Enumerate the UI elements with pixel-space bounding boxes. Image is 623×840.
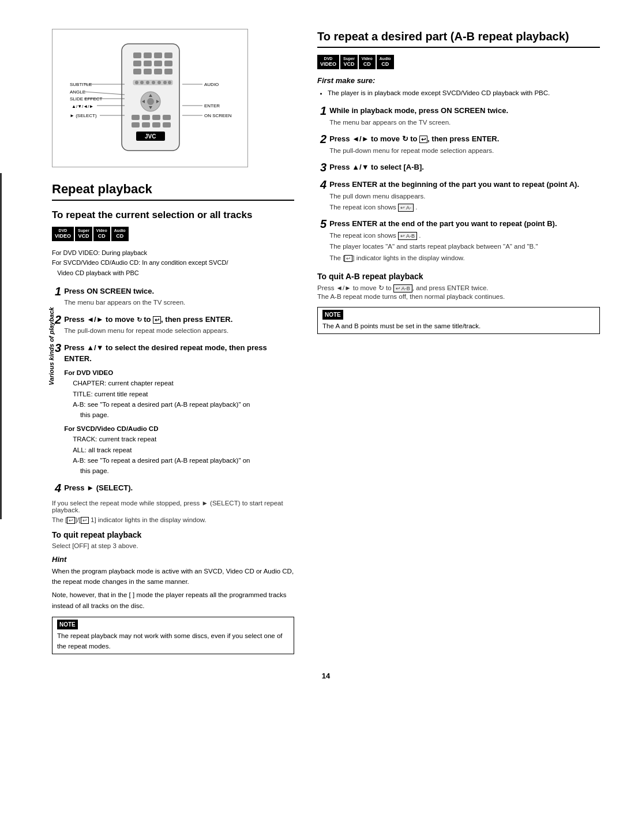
hint-text1: When the program playback mode is active… bbox=[52, 566, 294, 587]
left-section-subtitle: To repeat the current selection or all t… bbox=[52, 209, 294, 221]
for-svcd-header: For SVCD/Video CD/Audio CD bbox=[64, 424, 294, 434]
svg-point-32 bbox=[146, 81, 149, 84]
badge-super: Super VCD bbox=[75, 227, 92, 241]
right-note-text: The A and B points must be set in the sa… bbox=[322, 322, 481, 329]
compat-note-1: For DVD VIDEO: During playback bbox=[52, 248, 294, 258]
right-badge-row: DVD VIDEO Super VCD Video CD Audio CD bbox=[317, 55, 600, 69]
left-step-4-title: Press ► (SELECT). bbox=[64, 483, 133, 492]
left-note-box: NOTE The repeat playback may not work wi… bbox=[52, 617, 294, 654]
left-step-3: 3 Press ▲/▼ to select the desired repeat… bbox=[52, 342, 294, 477]
svg-point-30 bbox=[135, 81, 138, 84]
note-label: NOTE bbox=[57, 620, 78, 629]
right-step-5: 5 Press ENTER at the end of the part you… bbox=[317, 218, 600, 263]
svg-rect-45 bbox=[152, 115, 160, 120]
first-make-sure-label: First make sure: bbox=[317, 76, 600, 85]
right-badge-dvd: DVD VIDEO bbox=[317, 55, 339, 69]
svg-rect-6 bbox=[144, 61, 152, 66]
svg-rect-4 bbox=[164, 52, 172, 58]
badge-video: Video CD bbox=[93, 227, 110, 241]
right-step-5-desc2: The player locates "A" and starts repeat… bbox=[329, 242, 600, 252]
svg-rect-2 bbox=[144, 52, 152, 58]
svg-rect-8 bbox=[164, 61, 172, 66]
left-step-2: 2 Press ◄/► to move ↻ to ↩, then press E… bbox=[52, 314, 294, 336]
quit-repeat-desc: Select [OFF] at step 3 above. bbox=[52, 542, 294, 549]
page-number: 14 bbox=[52, 672, 600, 680]
badge-dvd: DVD VIDEO bbox=[52, 227, 74, 241]
right-badge-audio: Audio CD bbox=[377, 55, 394, 69]
compat-notes: For DVD VIDEO: During playback For SVCD/… bbox=[52, 248, 294, 279]
right-step-3: 3 Press ▲/▼ to select [A-B]. bbox=[317, 162, 600, 173]
svg-rect-46 bbox=[163, 115, 171, 120]
left-step-4: 4 Press ► (SELECT). bbox=[52, 482, 294, 494]
right-badge-video: Video CD bbox=[359, 55, 376, 69]
svg-rect-10 bbox=[144, 69, 152, 74]
left-step-2-title: Press ◄/► to move ↻ to ↩, then press ENT… bbox=[64, 315, 232, 324]
select-note: If you select the repeat mode while stop… bbox=[52, 500, 294, 513]
first-make-sure-list: The player is in playback mode except SV… bbox=[317, 88, 600, 98]
left-badge-row: DVD VIDEO Super VCD Video CD Audio CD bbox=[52, 227, 294, 241]
left-step-3-title: Press ▲/▼ to select the desired repeat m… bbox=[64, 343, 267, 363]
svg-text:SLIDE EFFECT: SLIDE EFFECT bbox=[70, 96, 103, 102]
svcd-list: TRACK: current track repeat ALL: all tra… bbox=[64, 434, 294, 477]
svg-point-34 bbox=[157, 81, 161, 84]
compat-note-2: For SVCD/Video CD/Audio CD: In any condi… bbox=[52, 258, 294, 278]
right-step-2-title: Press ◄/► to move ↻ to ↩, then press ENT… bbox=[329, 134, 499, 143]
left-note-text: The repeat playback may not work with so… bbox=[57, 632, 283, 649]
quit-ab-section: To quit A-B repeat playback Press ◄/► to… bbox=[317, 272, 600, 300]
svg-rect-12 bbox=[164, 69, 172, 74]
svg-line-15 bbox=[84, 92, 125, 95]
svg-rect-9 bbox=[133, 69, 141, 74]
svg-rect-43 bbox=[132, 115, 140, 120]
right-note-label: NOTE bbox=[322, 310, 343, 320]
badge-audio: Audio CD bbox=[111, 227, 129, 241]
quit-ab-title: To quit A-B repeat playback bbox=[317, 272, 600, 281]
svg-rect-7 bbox=[154, 61, 162, 66]
svg-rect-50 bbox=[163, 122, 171, 127]
svg-point-31 bbox=[140, 81, 144, 84]
svg-text:SUBTITLE: SUBTITLE bbox=[70, 82, 92, 87]
svg-point-35 bbox=[163, 81, 167, 84]
right-step-1-title: While in playback mode, press ON SCREEN … bbox=[329, 106, 508, 115]
dvd-list: CHAPTER: current chapter repeat TITLE: c… bbox=[64, 378, 294, 421]
svg-text:ANGLE: ANGLE bbox=[70, 89, 85, 95]
sidebar-label-container: Various kinds of playback bbox=[0, 173, 21, 519]
right-section-title: To repeat a desired part (A-B repeat pla… bbox=[317, 29, 600, 48]
right-column: To repeat a desired part (A-B repeat pla… bbox=[317, 29, 600, 334]
left-step-1-desc: The menu bar appears on the TV screen. bbox=[64, 298, 294, 308]
sidebar-label: Various kinds of playback bbox=[48, 307, 55, 385]
right-step-1: 1 While in playback mode, press ON SCREE… bbox=[317, 105, 600, 127]
svg-rect-44 bbox=[142, 115, 150, 120]
for-dvd-header: For DVD VIDEO bbox=[64, 368, 294, 378]
right-step-5-desc3: The [↩] indicator lights in the display … bbox=[329, 253, 600, 263]
right-badge-super: Super VCD bbox=[340, 55, 358, 69]
svg-text:JVC: JVC bbox=[145, 133, 156, 140]
remote-svg: SUBTITLE ANGLE SLIDE EFFECT ▲/▼/◄/► ► (S… bbox=[67, 41, 234, 156]
svg-text:ENTER: ENTER bbox=[204, 103, 220, 108]
svg-text:▲/▼/◄/►: ▲/▼/◄/► bbox=[72, 104, 93, 109]
hint-section: Hint When the program playback mode is a… bbox=[52, 555, 294, 612]
right-step-5-title: Press ENTER at the end of the part you w… bbox=[329, 219, 557, 228]
svg-rect-5 bbox=[133, 61, 141, 66]
quit-repeat-section: To quit repeat playback Select [OFF] at … bbox=[52, 530, 294, 549]
svg-rect-49 bbox=[152, 122, 160, 127]
right-step-4-desc2: The repeat icon shows ↩ A- . bbox=[329, 202, 600, 212]
hint-title: Hint bbox=[52, 555, 294, 564]
svg-rect-1 bbox=[133, 52, 141, 58]
right-step-2: 2 Press ◄/► to move ↻ to ↩, then press E… bbox=[317, 133, 600, 156]
svg-point-33 bbox=[152, 81, 155, 84]
svg-rect-3 bbox=[154, 52, 162, 58]
right-step-2-desc: The pull-down menu for repeat mode selec… bbox=[329, 146, 600, 156]
left-step-1: 1 Press ON SCREEN twice. The menu bar ap… bbox=[52, 286, 294, 308]
left-step-2-desc: The pull-down menu for repeat mode selec… bbox=[64, 326, 294, 336]
svg-rect-48 bbox=[142, 122, 150, 127]
right-step-1-desc: The menu bar appears on the TV screen. bbox=[329, 118, 600, 127]
quit-repeat-title: To quit repeat playback bbox=[52, 530, 294, 539]
right-note-box: NOTE The A and B points must be set in t… bbox=[317, 307, 600, 334]
remote-illustration: SUBTITLE ANGLE SLIDE EFFECT ▲/▼/◄/► ► (S… bbox=[52, 29, 248, 167]
svg-text:ON SCREEN: ON SCREEN bbox=[204, 113, 232, 118]
right-step-4-desc1: The pull down menu disappears. bbox=[329, 192, 600, 201]
left-section-title: Repeat playback bbox=[52, 182, 294, 201]
svg-text:► (SELECT): ► (SELECT) bbox=[70, 113, 97, 118]
svg-rect-11 bbox=[154, 69, 162, 74]
right-step-4: 4 Press ENTER at the beginning of the pa… bbox=[317, 179, 600, 212]
